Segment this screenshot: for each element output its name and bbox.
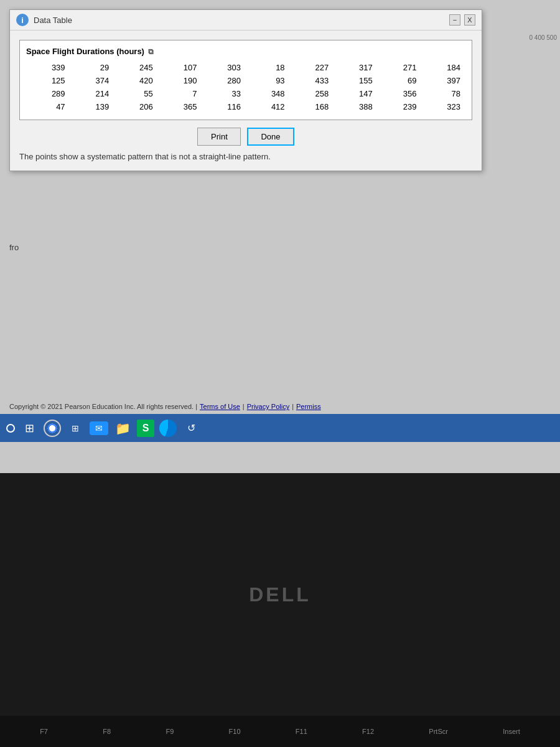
key-insert[interactable]: Insert [503,728,520,735]
table-row: 303 [202,61,246,74]
laptop-body: DELL [0,473,560,716]
dialog-titlebar: i Data Table − X [10,10,482,31]
table-row: 29 [70,61,114,74]
table-row: 168 [290,100,334,113]
table-row: 33 [202,87,246,100]
table-row: 412 [246,100,290,113]
table-row: 227 [290,61,334,74]
table-row: 289 [26,87,70,100]
data-table-title: Space Flight Durations (hours) ⧉ [26,47,465,56]
key-f10[interactable]: F10 [229,728,241,735]
table-row: 388 [334,100,378,113]
table-row: 55 [114,87,158,100]
taskbar-circle-icon[interactable] [6,424,15,433]
data-table-section: Space Flight Durations (hours) ⧉ 3392924… [19,40,472,120]
table-row: 206 [114,100,158,113]
table-row: 18 [246,61,290,74]
table-row: 258 [290,87,334,100]
taskbar-s-icon[interactable]: S [137,420,154,437]
table-row: 339 [26,61,70,74]
table-row: 374 [70,74,114,87]
minimize-button[interactable]: − [449,14,460,26]
key-f12[interactable]: F12 [362,728,374,735]
table-row: 155 [334,74,378,87]
data-grid: 3392924510730318227317271184125374420190… [26,61,465,113]
table-row: 214 [70,87,114,100]
table-row: 271 [378,61,422,74]
table-row: 317 [334,61,378,74]
table-row: 139 [70,100,114,113]
chart-axis: 0 400 500 [530,34,558,41]
permissions-link[interactable]: Permiss [296,403,321,410]
dialog-body: Space Flight Durations (hours) ⧉ 3392924… [10,31,482,171]
key-f8[interactable]: F8 [103,728,111,735]
table-row: 47 [26,100,70,113]
keyboard-area: F7 F8 F9 F10 F11 F12 PrtScr Insert [0,716,560,747]
table-row: 323 [421,100,465,113]
key-f11[interactable]: F11 [296,728,307,735]
key-prtscr[interactable]: PrtScr [429,728,448,735]
description-text: The points show a systematic pattern tha… [19,152,472,161]
taskbar-windows-icon[interactable]: ⊞ [66,419,85,438]
dialog-buttons: Print Done [19,128,472,146]
privacy-policy-link[interactable]: Privacy Policy [247,403,289,410]
table-row: 7 [158,87,202,100]
dialog-info-icon: i [16,14,29,26]
table-row: 78 [421,87,465,100]
taskbar-refresh-icon[interactable]: ↺ [182,419,200,438]
table-row: 93 [246,74,290,87]
table-row: 245 [114,61,158,74]
taskbar-mail-icon[interactable]: ✉ [90,421,108,435]
print-button[interactable]: Print [197,128,241,146]
taskbar-chrome-icon[interactable] [44,420,61,437]
terms-of-use-link[interactable]: Terms of Use [200,403,240,410]
table-row: 125 [26,74,70,87]
data-table-dialog: i Data Table − X Space Flight Durations … [9,9,482,171]
taskbar-grid-icon[interactable]: ⊞ [20,419,39,438]
table-row: 239 [378,100,422,113]
table-row: 184 [421,61,465,74]
dialog-title: Data Table [34,16,444,25]
table-row: 348 [246,87,290,100]
close-button[interactable]: X [464,14,475,26]
table-row: 107 [158,61,202,74]
taskbar: ⊞ ⊞ ✉ 📁 S ↺ [0,414,560,442]
table-row: 397 [421,74,465,87]
copy-icon[interactable]: ⧉ [148,47,154,56]
dialog-controls: − X [449,14,475,26]
taskbar-folder-icon[interactable]: 📁 [113,419,132,438]
table-row: 116 [202,100,246,113]
table-row: 365 [158,100,202,113]
key-f7[interactable]: F7 [40,728,48,735]
copyright-bar: Copyright © 2021 Pearson Education Inc. … [0,399,560,414]
frd-text: fro [9,243,19,252]
copyright-text: Copyright © 2021 Pearson Education Inc. … [9,403,197,410]
table-row: 420 [114,74,158,87]
table-row: 190 [158,74,202,87]
table-row: 147 [334,87,378,100]
table-row: 356 [378,87,422,100]
taskbar-edge-icon[interactable] [159,420,177,437]
dell-logo: DELL [249,583,311,606]
table-row: 69 [378,74,422,87]
table-row: 433 [290,74,334,87]
key-f9[interactable]: F9 [166,728,174,735]
done-button[interactable]: Done [247,128,294,146]
table-row: 280 [202,74,246,87]
